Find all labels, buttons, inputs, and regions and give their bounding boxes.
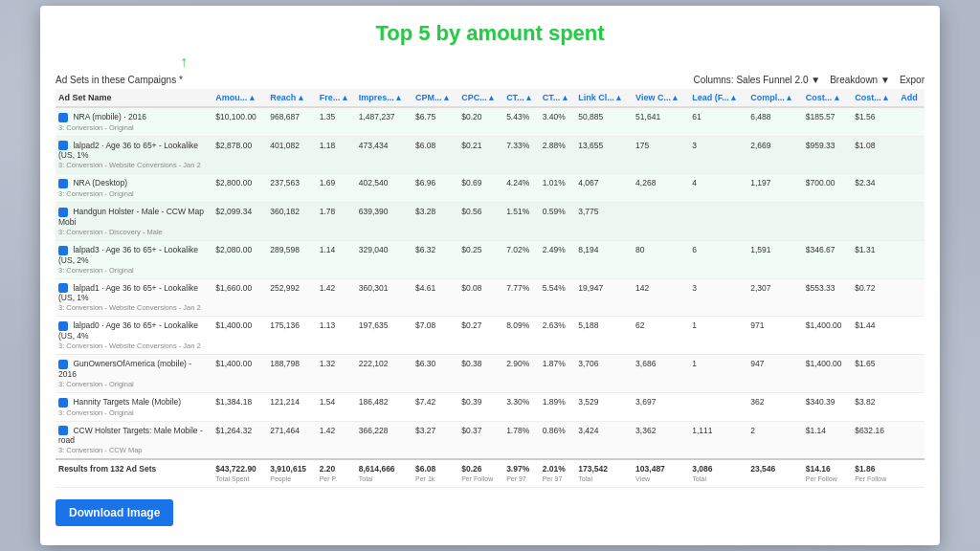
col-cpc[interactable]: CPC... ▴ [458,89,503,107]
table-row: Hannity Targets Male (Mobile) 3: Convers… [56,392,924,421]
main-card: Top 5 by amount spent ↑ Ad Sets in these… [40,6,940,546]
ad-icon [58,246,68,255]
export-control[interactable]: Expor [900,75,924,85]
arrow-indicator: ↑ [180,54,924,71]
ad-set-name-cell: lalpad0 · Age 36 to 65+ - Lookalike (US,… [56,317,212,355]
table-row: NRA (Desktop) 3: Conversion - Original $… [56,174,924,203]
table-row: lalpad2 · Age 36 to 65+ - Lookalike (US,… [56,136,924,174]
totals-row: Results from 132 Ad Sets $43,722.90Total… [56,459,924,488]
col-amount[interactable]: Amou... ▴ [212,89,267,107]
ad-icon [58,141,68,150]
table-row: GunOwnersOfAmerica (mobile) - 2016 3: Co… [56,355,924,393]
download-image-button[interactable]: Download Image [56,499,173,526]
col-cost2[interactable]: Cost... ▴ [852,89,898,107]
col-impressions[interactable]: Impres... ▴ [356,89,412,107]
ad-set-name-cell: lalpad2 · Age 36 to 65+ - Lookalike (US,… [56,136,212,174]
table-header-row: Ad Sets in these Campaigns * Columns: Sa… [56,75,924,85]
ad-set-name-cell: NRA (Desktop) 3: Conversion - Original [56,174,212,203]
ad-set-name-cell: Handgun Holster - Male - CCW Map Mobi 3:… [56,203,212,241]
ad-set-name-cell: lalpad1 · Age 36 to 65+ - Lookalike (US,… [56,278,212,317]
table-left-label: Ad Sets in these Campaigns * [56,75,183,85]
ad-icon [58,398,68,408]
table-row: lalpad3 · Age 36 to 65+ - Lookalike (US,… [56,240,924,278]
col-lead-f[interactable]: Lead (F... ▴ [689,89,747,107]
columns-control[interactable]: Columns: Sales Funnel 2.0 ▼ [693,75,820,85]
ad-icon [58,360,68,369]
table-right-controls: Columns: Sales Funnel 2.0 ▼ Breakdown ▼ … [693,75,924,85]
col-cost1[interactable]: Cost... ▴ [803,89,852,107]
col-cpm[interactable]: CPM... ▴ [412,89,458,107]
ad-icon [58,426,68,435]
ad-icon [58,113,68,122]
chart-title: Top 5 by amount spent [56,21,924,46]
ad-icon [58,321,68,331]
col-link-clicks[interactable]: Link Cl... ▴ [575,89,633,107]
col-ad-set-name: Ad Set Name [56,89,212,107]
table-row: lalpad1 · Age 36 to 65+ - Lookalike (US,… [56,278,924,317]
col-add[interactable]: Add [898,89,924,107]
col-reach[interactable]: Reach ▴ [267,89,316,107]
data-table: Ad Set Name Amou... ▴ Reach ▴ Fre... ▴ I… [56,89,924,489]
ad-set-name-cell: NRA (mobile) · 2016 3: Conversion - Orig… [56,107,212,136]
ad-icon [58,283,68,293]
ad-set-name-cell: lalpad3 · Age 36 to 65+ - Lookalike (US,… [56,240,212,278]
ad-icon [58,179,68,188]
table-row: CCW Holster Targets: Male Mobile - road … [56,421,924,459]
col-ct1[interactable]: CT... ▴ [503,89,540,107]
ad-set-name-cell: Hannity Targets Male (Mobile) 3: Convers… [56,392,212,421]
col-ct2[interactable]: CT... ▴ [540,89,576,107]
col-freq[interactable]: Fre... ▴ [317,89,356,107]
ad-icon [58,208,68,217]
table-header: Ad Set Name Amou... ▴ Reach ▴ Fre... ▴ I… [56,89,924,107]
table-row: NRA (mobile) · 2016 3: Conversion - Orig… [56,107,924,136]
col-compl[interactable]: Compl... ▴ [747,89,803,107]
table-row: lalpad0 · Age 36 to 65+ - Lookalike (US,… [56,317,924,355]
breakdown-control[interactable]: Breakdown ▼ [830,75,890,85]
table-row: Handgun Holster - Male - CCW Map Mobi 3:… [56,203,924,241]
ad-set-name-cell: GunOwnersOfAmerica (mobile) - 2016 3: Co… [56,355,212,393]
ad-set-name-cell: CCW Holster Targets: Male Mobile - road … [56,421,212,459]
col-view-c[interactable]: View C... ▴ [633,89,689,107]
